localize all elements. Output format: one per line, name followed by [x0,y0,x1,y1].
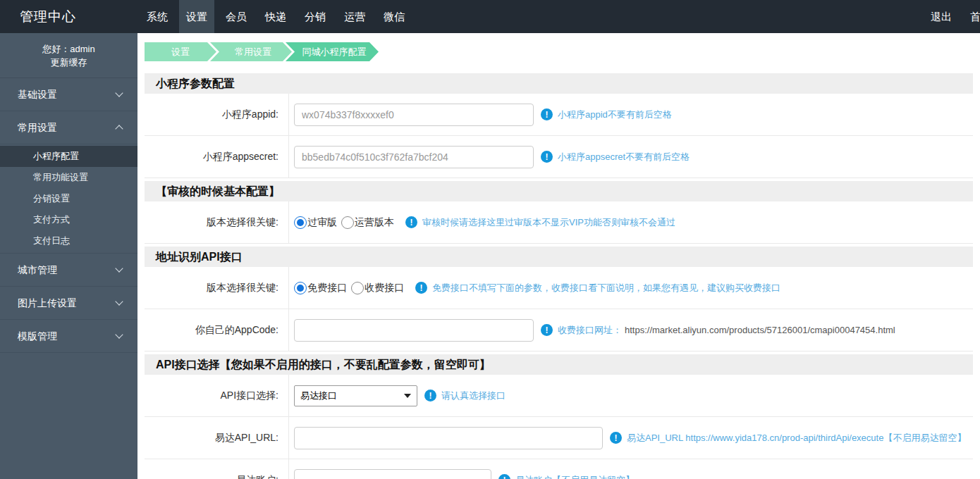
radio-option-pass-review[interactable]: 过审版 [294,216,337,229]
logout-button[interactable]: 退出 [924,0,959,33]
radio-option-paid-api[interactable]: 收费接口 [351,282,404,294]
yida-account-input[interactable] [294,469,491,479]
form-row-api-type: 版本选择很关键: 免费接口 收费接口 免费接口不填写下面的参数，收费接口看下面说… [145,267,973,309]
section-header-api-selection: API接口选择【您如果不启用的接口，不要乱配置参数，留空即可】 [145,354,973,375]
alert-icon [415,282,427,294]
radio-free-api[interactable] [294,282,307,294]
radio-pass-review[interactable] [294,216,307,229]
nav-item-wechat[interactable]: 微信 [376,0,412,33]
breadcrumb-settings[interactable]: 设置 [145,42,216,61]
chevron-down-icon [115,297,123,305]
radio-label: 运营版本 [355,216,394,229]
hint-text: 审核时候请选择这里过审版本不显示VIP功能否则审核不会通过 [422,216,675,229]
radio-paid-api[interactable] [351,282,364,294]
nav-item-distribution[interactable]: 分销 [298,0,333,33]
user-greeting: 您好：admin [0,42,137,56]
hint-text: 小程序appid不要有前后空格 [558,108,672,121]
version-select-hint: 审核时候请选择这里过审版本不显示VIP功能否则审核不会通过 [405,216,675,229]
yida-url-hint: 易达API_URL https://www.yida178.cn/prod-ap… [610,432,966,444]
section-header-review-config: 【审核的时候基本配置】 [145,181,973,201]
radio-option-operation-version[interactable]: 运营版本 [341,216,394,229]
hint-text: 收费接口网址： [558,324,622,337]
breadcrumb-current: 同城小程序配置 [286,42,379,61]
nav-item-operations[interactable]: 运营 [337,0,372,33]
breadcrumb-common-settings[interactable]: 常用设置 [210,42,292,61]
chevron-up-icon [115,125,123,132]
nav-item-members[interactable]: 会员 [219,0,254,33]
navbar-right: 退出 首页 [921,0,980,33]
yida-url-input[interactable] [294,427,603,449]
api-select-wrapper: 易达接口 [294,385,417,406]
sidebar-item-image-upload[interactable]: 图片上传设置 [0,287,137,320]
yida-url-label: 易达API_URL: [145,417,289,459]
nav-item-express[interactable]: 快递 [258,0,293,33]
appid-label: 小程序appid: [145,94,289,135]
sidebar-item-basic-settings[interactable]: 基础设置 [0,78,137,111]
yida-account-hint: 易达账户【不启用易达留空】 [498,474,635,479]
form-row-api-select: API接口选择: 易达接口 请认真选择接口 [145,375,973,417]
alert-icon [405,216,417,228]
top-navbar: 管理中心 系统 设置 会员 快递 分销 运营 微信 退出 首页 [0,0,980,33]
alert-icon [541,324,553,336]
hint-text: 免费接口不填写下面的参数，收费接口看下面说明，如果您有遇见，建议购买收费接口 [432,282,780,294]
common-settings-submenu: 小程序配置 常用功能设置 分销设置 支付方式 支付日志 [0,144,137,254]
breadcrumb: 设置 常用设置 同城小程序配置 [145,42,973,61]
hint-url: https://market.aliyun.com/products/57126… [625,325,895,335]
refresh-cache-link[interactable]: 更新缓存 [0,56,137,69]
sidebar-item-common-settings[interactable]: 常用设置 [0,111,137,144]
appsecret-hint: 小程序appsecret不要有前后空格 [541,151,690,163]
main-menu: 系统 设置 会员 快递 分销 运营 微信 [137,0,414,33]
hint-text: 小程序appsecret不要有前后空格 [558,151,690,163]
alert-icon [424,390,436,402]
section-header-miniprogram-params: 小程序参数配置 [145,73,973,94]
appsecret-input[interactable] [294,146,534,168]
api-select-hint: 请认真选择接口 [424,390,506,402]
alert-icon [541,151,553,163]
sidebar-item-label: 基础设置 [18,89,57,100]
chevron-down-icon [115,330,123,338]
app-title: 管理中心 [0,0,137,33]
version-select-label: 版本选择很关键: [145,201,289,243]
appcode-input[interactable] [294,319,534,342]
sidebar-item-label: 城市管理 [18,264,57,275]
appsecret-label: 小程序appsecret: [145,136,289,178]
radio-option-free-api[interactable]: 免费接口 [294,282,347,294]
main-content: 设置 常用设置 同城小程序配置 小程序参数配置 小程序appid: 小程序app… [137,33,980,479]
sidebar-item-city-management[interactable]: 城市管理 [0,254,137,287]
api-select-label: API接口选择: [145,375,289,416]
section-header-address-api: 地址识别API接口 [145,247,973,267]
sidebar-item-label: 模版管理 [18,330,57,342]
radio-label: 免费接口 [307,282,347,294]
sidebar-item-miniprogram-config[interactable]: 小程序配置 [0,146,137,167]
yida-account-label: 易达账户: [145,459,289,479]
sidebar-item-common-functions[interactable]: 常用功能设置 [0,167,137,188]
sidebar-item-template-management[interactable]: 模版管理 [0,320,137,353]
hint-text: 易达账户【不启用易达留空】 [515,474,635,479]
sidebar-item-payment-methods[interactable]: 支付方式 [0,209,137,230]
alert-icon [541,108,553,120]
chevron-down-icon [115,89,123,97]
form-row-appid: 小程序appid: 小程序appid不要有前后空格 [145,94,973,136]
chevron-down-icon [115,264,123,272]
appid-input[interactable] [294,104,534,126]
radio-label: 收费接口 [365,282,404,294]
form-row-yida-account: 易达账户: 易达账户【不启用易达留空】 [145,459,973,479]
sidebar: 您好：admin 更新缓存 基础设置 常用设置 小程序配置 常用功能设置 分销设… [0,33,137,479]
radio-operation-version[interactable] [341,216,354,229]
nav-item-settings[interactable]: 设置 [179,0,214,33]
form-row-version-select: 版本选择很关键: 过审版 运营版本 审核时候请选择这里过审版本不显示VIP功能否… [145,201,973,244]
alert-icon [610,432,622,444]
sidebar-item-label: 常用设置 [18,122,57,133]
hint-text: 易达API_URL https://www.yida178.cn/prod-ap… [627,432,966,444]
appcode-label: 你自己的AppCode: [145,309,289,351]
api-type-label: 版本选择很关键: [145,267,289,309]
nav-item-system[interactable]: 系统 [140,0,175,33]
api-select[interactable]: 易达接口 [294,385,417,406]
form-row-appsecret: 小程序appsecret: 小程序appsecret不要有前后空格 [145,136,973,178]
user-block: 您好：admin 更新缓存 [0,33,137,78]
form-row-yida-url: 易达API_URL: 易达API_URL https://www.yida178… [145,417,973,459]
sidebar-item-distribution-settings[interactable]: 分销设置 [0,188,137,209]
nav-item-home[interactable]: 首页 [963,0,980,33]
radio-label: 过审版 [307,216,337,229]
sidebar-item-payment-logs[interactable]: 支付日志 [0,230,137,251]
